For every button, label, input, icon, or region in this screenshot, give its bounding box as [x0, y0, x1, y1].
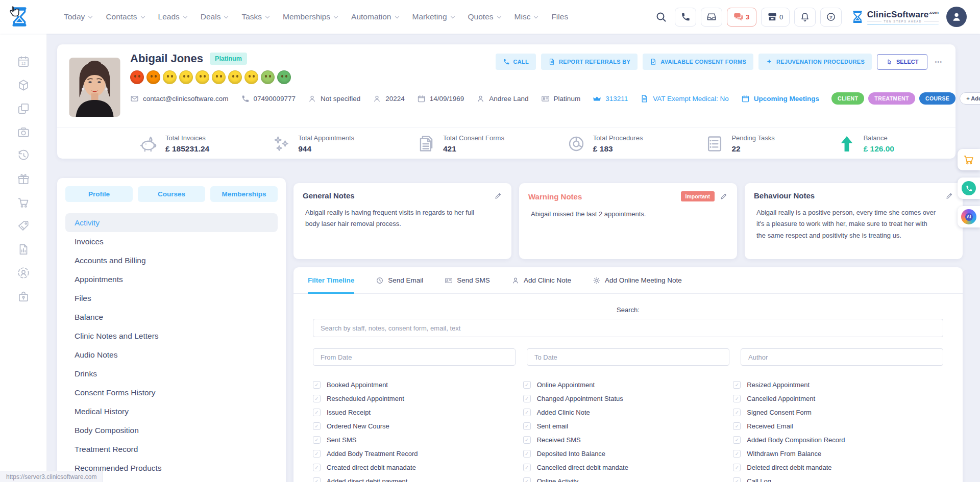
- menu-item[interactable]: Drinks: [65, 364, 278, 383]
- rejuvenation-procedures-button[interactable]: REJUVENATION PROCEDURES: [758, 54, 872, 70]
- copy-icon[interactable]: [17, 102, 30, 115]
- available-consent-forms-button[interactable]: AVAILABLE CONSENT FORMS: [643, 54, 753, 70]
- notifications-button[interactable]: [794, 8, 816, 27]
- nav-item[interactable]: Contacts: [106, 12, 144, 21]
- timeline-tab[interactable]: Send SMS: [445, 267, 490, 293]
- menu-item[interactable]: Audio Notes: [65, 345, 278, 364]
- checkbox[interactable]: [313, 464, 321, 471]
- search-input[interactable]: [313, 319, 943, 337]
- package-icon[interactable]: [17, 79, 30, 92]
- checkbox[interactable]: [313, 409, 321, 416]
- checkbox[interactable]: [733, 409, 741, 416]
- menu-item[interactable]: Activity: [65, 213, 278, 232]
- floating-call-button[interactable]: [958, 177, 980, 199]
- support-icon[interactable]: [17, 266, 30, 280]
- nav-item[interactable]: Automation: [351, 12, 398, 21]
- checkbox[interactable]: [523, 464, 531, 471]
- checkbox[interactable]: [523, 422, 531, 430]
- nav-item[interactable]: Leads: [158, 12, 187, 21]
- menu-item[interactable]: Medical History: [65, 402, 278, 421]
- floating-cart-button[interactable]: [958, 149, 980, 170]
- checkbox[interactable]: [733, 477, 741, 482]
- checkbox[interactable]: [733, 381, 741, 389]
- floating-ai-button[interactable]: AI: [958, 206, 980, 227]
- nav-item[interactable]: Misc: [514, 12, 538, 21]
- timeline-tab[interactable]: Filter Timeline: [308, 267, 354, 293]
- checkbox[interactable]: [523, 450, 531, 458]
- edit-pencil-icon[interactable]: [945, 192, 953, 200]
- nav-item[interactable]: Deals: [201, 12, 228, 21]
- tag-icon[interactable]: [17, 219, 30, 233]
- report-referrals-button[interactable]: REPORT REFERRALS BY: [541, 54, 638, 70]
- panel-tab[interactable]: Memberships: [210, 186, 278, 202]
- checkbox[interactable]: [313, 450, 321, 458]
- mood-face-icon[interactable]: [146, 70, 160, 84]
- app-logo-hourglass-icon[interactable]: [8, 4, 31, 30]
- checkbox[interactable]: [313, 477, 321, 482]
- inbox-button[interactable]: [701, 8, 722, 27]
- help-button[interactable]: [820, 8, 842, 27]
- history-icon[interactable]: [17, 149, 30, 162]
- mood-face-icon[interactable]: [130, 70, 144, 84]
- timeline-tab[interactable]: Add Online Meeting Note: [593, 267, 682, 293]
- nav-item[interactable]: Marketing: [412, 12, 454, 21]
- mood-face-icon[interactable]: [228, 70, 242, 84]
- nav-item[interactable]: Files: [551, 12, 568, 21]
- checkbox[interactable]: [733, 422, 741, 430]
- menu-item[interactable]: Body Composition: [65, 421, 278, 440]
- checkbox[interactable]: [523, 436, 531, 444]
- menu-item[interactable]: Consent Forms History: [65, 383, 278, 402]
- nav-item[interactable]: Today: [64, 12, 92, 21]
- menu-item[interactable]: Accounts and Billing: [65, 251, 278, 270]
- checkbox[interactable]: [523, 409, 531, 416]
- nav-item[interactable]: Quotes: [468, 12, 501, 21]
- mood-face-icon[interactable]: [244, 70, 258, 84]
- checkbox[interactable]: [733, 464, 741, 471]
- checkbox[interactable]: [313, 381, 321, 389]
- add-label-button[interactable]: + Add Label: [960, 92, 980, 105]
- mood-face-icon[interactable]: [277, 70, 291, 84]
- gift-icon[interactable]: [17, 172, 30, 186]
- mood-face-icon[interactable]: [261, 70, 275, 84]
- more-actions-button[interactable]: •••: [933, 57, 944, 67]
- user-avatar[interactable]: [946, 7, 967, 27]
- select-button[interactable]: SELECT: [877, 54, 927, 70]
- search-icon[interactable]: [655, 11, 667, 23]
- camera-icon[interactable]: [17, 125, 30, 139]
- menu-item[interactable]: Appointments: [65, 270, 278, 289]
- checkbox[interactable]: [313, 395, 321, 402]
- checkbox[interactable]: [733, 450, 741, 458]
- author-input[interactable]: [741, 348, 943, 366]
- cart-icon[interactable]: [17, 196, 30, 209]
- checkbox[interactable]: [733, 395, 741, 402]
- menu-item[interactable]: Treatment Record: [65, 440, 278, 459]
- edit-pencil-icon[interactable]: [720, 192, 728, 200]
- checkbox[interactable]: [523, 381, 531, 389]
- shop-button[interactable]: 0: [761, 8, 790, 27]
- menu-item[interactable]: Clinic Notes and Letters: [65, 326, 278, 345]
- mood-face-icon[interactable]: [212, 70, 226, 84]
- panel-tab[interactable]: Courses: [138, 186, 205, 202]
- checkbox[interactable]: [523, 477, 531, 482]
- call-button[interactable]: CALL: [496, 54, 536, 70]
- dialer-button[interactable]: [675, 8, 696, 27]
- calendar-icon[interactable]: [17, 55, 30, 68]
- nav-item[interactable]: Tasks: [241, 12, 269, 21]
- checkbox[interactable]: [313, 422, 321, 430]
- chat-button[interactable]: 3: [727, 8, 756, 27]
- nav-item[interactable]: Memberships: [283, 12, 337, 21]
- menu-item[interactable]: Balance: [65, 308, 278, 326]
- report-icon[interactable]: [17, 243, 30, 256]
- menu-item[interactable]: Files: [65, 289, 278, 308]
- panel-tab[interactable]: Profile: [65, 186, 133, 202]
- mood-face-icon[interactable]: [195, 70, 209, 84]
- checkbox[interactable]: [313, 436, 321, 444]
- mood-face-icon[interactable]: [163, 70, 177, 84]
- lock-icon[interactable]: [17, 290, 30, 303]
- to-date-input[interactable]: [527, 348, 729, 366]
- from-date-input[interactable]: [313, 348, 516, 366]
- timeline-tab[interactable]: Send Email: [376, 267, 423, 293]
- edit-pencil-icon[interactable]: [494, 192, 502, 200]
- menu-item[interactable]: Invoices: [65, 232, 278, 251]
- mood-face-icon[interactable]: [179, 70, 193, 84]
